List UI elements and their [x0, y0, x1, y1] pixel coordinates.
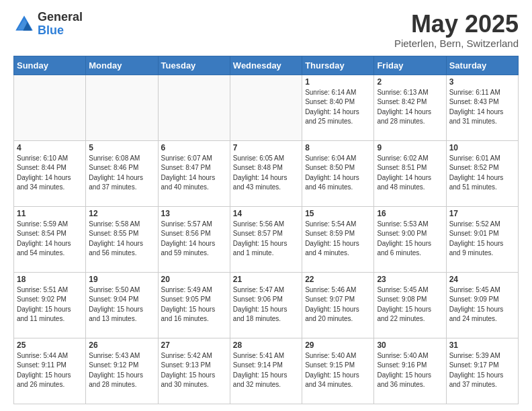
day-number: 15	[305, 209, 371, 218]
day-info: Sunrise: 5:56 AM Sunset: 8:57 PM Dayligh…	[233, 220, 299, 259]
calendar-table: SundayMondayTuesdayWednesdayThursdayFrid…	[13, 56, 519, 404]
calendar-cell: 26Sunrise: 5:43 AM Sunset: 9:12 PM Dayli…	[86, 338, 158, 404]
day-number: 4	[17, 143, 83, 152]
calendar-cell	[158, 75, 230, 140]
day-info: Sunrise: 5:53 AM Sunset: 9:00 PM Dayligh…	[377, 220, 443, 259]
day-number: 5	[89, 143, 154, 152]
day-number: 14	[233, 209, 299, 218]
day-info: Sunrise: 6:02 AM Sunset: 8:51 PM Dayligh…	[377, 154, 443, 193]
calendar-cell: 16Sunrise: 5:53 AM Sunset: 9:00 PM Dayli…	[374, 206, 446, 272]
calendar-cell: 28Sunrise: 5:41 AM Sunset: 9:14 PM Dayli…	[230, 338, 302, 404]
calendar-cell: 19Sunrise: 5:50 AM Sunset: 9:04 PM Dayli…	[86, 272, 158, 338]
day-info: Sunrise: 5:45 AM Sunset: 9:08 PM Dayligh…	[377, 285, 443, 324]
calendar-cell: 6Sunrise: 6:07 AM Sunset: 8:47 PM Daylig…	[158, 140, 230, 206]
day-number: 10	[449, 143, 515, 152]
day-number: 13	[161, 209, 227, 218]
day-of-week-monday: Monday	[86, 56, 158, 75]
day-info: Sunrise: 5:45 AM Sunset: 9:09 PM Dayligh…	[449, 285, 515, 324]
day-info: Sunrise: 6:01 AM Sunset: 8:52 PM Dayligh…	[449, 154, 515, 193]
day-info: Sunrise: 5:41 AM Sunset: 9:14 PM Dayligh…	[233, 351, 299, 390]
calendar-cell: 25Sunrise: 5:44 AM Sunset: 9:11 PM Dayli…	[14, 338, 86, 404]
calendar-cell	[86, 75, 158, 140]
day-number: 26	[89, 340, 154, 350]
day-info: Sunrise: 6:13 AM Sunset: 8:42 PM Dayligh…	[377, 88, 443, 127]
day-info: Sunrise: 5:40 AM Sunset: 9:16 PM Dayligh…	[377, 351, 443, 390]
day-number: 23	[377, 275, 443, 284]
day-info: Sunrise: 5:44 AM Sunset: 9:11 PM Dayligh…	[17, 351, 83, 390]
calendar-cell: 15Sunrise: 5:54 AM Sunset: 8:59 PM Dayli…	[302, 206, 374, 272]
calendar-cell: 12Sunrise: 5:58 AM Sunset: 8:55 PM Dayli…	[86, 206, 158, 272]
calendar-cell: 4Sunrise: 6:10 AM Sunset: 8:44 PM Daylig…	[14, 140, 86, 206]
day-info: Sunrise: 5:51 AM Sunset: 9:02 PM Dayligh…	[17, 285, 83, 324]
day-info: Sunrise: 5:52 AM Sunset: 9:01 PM Dayligh…	[449, 220, 515, 259]
calendar-cell: 27Sunrise: 5:42 AM Sunset: 9:13 PM Dayli…	[158, 338, 230, 404]
calendar-cell: 3Sunrise: 6:11 AM Sunset: 8:43 PM Daylig…	[446, 75, 518, 140]
day-number: 12	[89, 209, 154, 218]
calendar-cell: 9Sunrise: 6:02 AM Sunset: 8:51 PM Daylig…	[374, 140, 446, 206]
calendar-week-1: 1Sunrise: 6:14 AM Sunset: 8:40 PM Daylig…	[14, 75, 519, 140]
day-number: 9	[377, 143, 443, 152]
day-number: 27	[161, 340, 227, 350]
calendar-cell: 17Sunrise: 5:52 AM Sunset: 9:01 PM Dayli…	[446, 206, 518, 272]
day-number: 6	[161, 143, 227, 152]
day-of-week-sunday: Sunday	[14, 56, 86, 75]
day-number: 21	[233, 275, 299, 284]
day-number: 30	[377, 340, 443, 350]
calendar-cell: 21Sunrise: 5:47 AM Sunset: 9:06 PM Dayli…	[230, 272, 302, 338]
calendar-cell: 10Sunrise: 6:01 AM Sunset: 8:52 PM Dayli…	[446, 140, 518, 206]
day-number: 7	[233, 143, 299, 152]
day-of-week-saturday: Saturday	[446, 56, 518, 75]
calendar-cell: 24Sunrise: 5:45 AM Sunset: 9:09 PM Dayli…	[446, 272, 518, 338]
day-number: 8	[305, 143, 371, 152]
calendar-cell: 18Sunrise: 5:51 AM Sunset: 9:02 PM Dayli…	[14, 272, 86, 338]
day-number: 17	[449, 209, 515, 218]
day-number: 22	[305, 275, 371, 284]
day-number: 29	[305, 340, 371, 350]
day-info: Sunrise: 5:39 AM Sunset: 9:17 PM Dayligh…	[449, 351, 515, 390]
day-info: Sunrise: 5:58 AM Sunset: 8:55 PM Dayligh…	[89, 220, 154, 259]
day-header-row: SundayMondayTuesdayWednesdayThursdayFrid…	[14, 56, 519, 75]
day-number: 31	[449, 340, 515, 350]
calendar-week-3: 11Sunrise: 5:59 AM Sunset: 8:54 PM Dayli…	[14, 206, 519, 272]
calendar-cell	[14, 75, 86, 140]
calendar-week-4: 18Sunrise: 5:51 AM Sunset: 9:02 PM Dayli…	[14, 272, 519, 338]
day-number: 28	[233, 340, 299, 350]
day-number: 25	[17, 340, 83, 350]
day-info: Sunrise: 5:42 AM Sunset: 9:13 PM Dayligh…	[161, 351, 227, 390]
day-info: Sunrise: 5:46 AM Sunset: 9:07 PM Dayligh…	[305, 285, 371, 324]
day-info: Sunrise: 6:08 AM Sunset: 8:46 PM Dayligh…	[89, 154, 154, 193]
calendar-cell: 20Sunrise: 5:49 AM Sunset: 9:05 PM Dayli…	[158, 272, 230, 338]
day-info: Sunrise: 5:50 AM Sunset: 9:04 PM Dayligh…	[89, 285, 154, 324]
calendar-cell	[230, 75, 302, 140]
calendar-body: 1Sunrise: 6:14 AM Sunset: 8:40 PM Daylig…	[14, 75, 519, 404]
calendar-cell: 22Sunrise: 5:46 AM Sunset: 9:07 PM Dayli…	[302, 272, 374, 338]
calendar-title: May 2025	[394, 11, 519, 38]
calendar-subtitle: Pieterlen, Bern, Switzerland	[394, 38, 519, 49]
page: General Blue May 2025 Pieterlen, Bern, S…	[0, 0, 532, 411]
day-info: Sunrise: 6:14 AM Sunset: 8:40 PM Dayligh…	[305, 88, 371, 127]
calendar-cell: 1Sunrise: 6:14 AM Sunset: 8:40 PM Daylig…	[302, 75, 374, 140]
day-of-week-thursday: Thursday	[302, 56, 374, 75]
day-of-week-tuesday: Tuesday	[158, 56, 230, 75]
calendar-cell: 7Sunrise: 6:05 AM Sunset: 8:48 PM Daylig…	[230, 140, 302, 206]
day-info: Sunrise: 5:47 AM Sunset: 9:06 PM Dayligh…	[233, 285, 299, 324]
calendar-cell: 23Sunrise: 5:45 AM Sunset: 9:08 PM Dayli…	[374, 272, 446, 338]
calendar-cell: 31Sunrise: 5:39 AM Sunset: 9:17 PM Dayli…	[446, 338, 518, 404]
day-of-week-friday: Friday	[374, 56, 446, 75]
logo-icon	[13, 13, 35, 35]
calendar-header: SundayMondayTuesdayWednesdayThursdayFrid…	[14, 56, 519, 75]
day-number: 3	[449, 77, 515, 87]
day-number: 1	[305, 77, 371, 87]
calendar-cell: 14Sunrise: 5:56 AM Sunset: 8:57 PM Dayli…	[230, 206, 302, 272]
logo: General Blue	[13, 11, 83, 38]
day-info: Sunrise: 5:59 AM Sunset: 8:54 PM Dayligh…	[17, 220, 83, 259]
calendar-cell: 8Sunrise: 6:04 AM Sunset: 8:50 PM Daylig…	[302, 140, 374, 206]
day-info: Sunrise: 6:07 AM Sunset: 8:47 PM Dayligh…	[161, 154, 227, 193]
day-number: 11	[17, 209, 83, 218]
day-info: Sunrise: 5:43 AM Sunset: 9:12 PM Dayligh…	[89, 351, 154, 390]
logo-general-text: General	[38, 11, 83, 24]
logo-blue-text: Blue	[38, 24, 83, 38]
day-number: 16	[377, 209, 443, 218]
day-info: Sunrise: 5:54 AM Sunset: 8:59 PM Dayligh…	[305, 220, 371, 259]
day-number: 19	[89, 275, 154, 284]
